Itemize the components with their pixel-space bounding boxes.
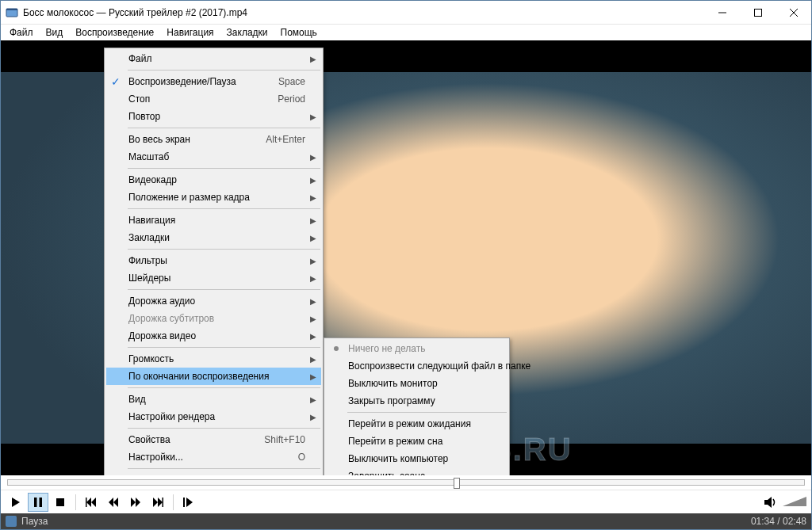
close-button[interactable] bbox=[776, 1, 811, 24]
menu-item-label: Воспроизвести следующий файл в папке bbox=[348, 360, 554, 372]
status-icon bbox=[6, 516, 17, 527]
menu-item-accel: Period bbox=[278, 93, 305, 105]
svg-marker-6 bbox=[12, 498, 20, 507]
submenu-item[interactable]: Закрыть программу bbox=[326, 392, 508, 410]
menu-item-label: Выключить компьютер bbox=[348, 453, 492, 464]
context-menu-item[interactable]: Закладки▶ bbox=[106, 229, 321, 246]
menubar: Файл Вид Воспроизведение Навигация Закла… bbox=[1, 25, 811, 40]
context-menu-item[interactable]: Масштаб▶ bbox=[106, 148, 321, 166]
menu-file[interactable]: Файл bbox=[4, 25, 39, 40]
chevron-right-icon: ▶ bbox=[310, 55, 316, 63]
context-menu-item[interactable]: Шейдеры▶ bbox=[106, 269, 321, 287]
chevron-right-icon: ▶ bbox=[310, 193, 316, 202]
chevron-right-icon: ▶ bbox=[310, 395, 316, 404]
maximize-button[interactable] bbox=[740, 1, 776, 24]
app-window: Босс молокосос — Русский трейлер #2 (201… bbox=[0, 0, 812, 530]
svg-rect-7 bbox=[34, 498, 37, 507]
menu-divider bbox=[128, 347, 320, 348]
menu-item-label: Масштаб bbox=[128, 151, 305, 162]
separator bbox=[75, 494, 76, 510]
menu-item-label: Воспроизведение/Пауза bbox=[128, 76, 278, 87]
seek-track[interactable] bbox=[7, 479, 805, 486]
context-menu-item[interactable]: ВыходAlt+X bbox=[106, 471, 321, 475]
svg-marker-11 bbox=[91, 498, 96, 507]
volume-button[interactable] bbox=[760, 493, 781, 512]
menu-item-label: Вид bbox=[128, 394, 305, 405]
menu-item-label: Закрыть программу bbox=[348, 395, 492, 406]
minimize-button[interactable] bbox=[704, 1, 740, 24]
submenu-item[interactable]: Завершить сеанс bbox=[326, 467, 508, 475]
submenu-item[interactable]: Перейти в режим сна bbox=[326, 433, 508, 450]
menu-item-label: Перейти в режим ожидания bbox=[348, 418, 495, 429]
context-menu-item[interactable]: Видеокадр▶ bbox=[106, 171, 321, 189]
svg-marker-23 bbox=[783, 497, 806, 506]
stop-button[interactable] bbox=[50, 493, 71, 512]
menu-item-label: Дорожка видео bbox=[128, 330, 305, 341]
context-menu-item[interactable]: ✓Воспроизведение/ПаузаSpace bbox=[106, 73, 321, 90]
seek-bar[interactable] bbox=[1, 475, 811, 490]
context-menu-item[interactable]: СвойстваShift+F10 bbox=[106, 431, 321, 448]
menu-item-label: Настройки... bbox=[128, 452, 298, 463]
video-area[interactable]: BOXPROGRAMS.RU Файл▶✓Воспроизведение/Пау… bbox=[1, 40, 811, 475]
menu-divider bbox=[128, 168, 320, 169]
menu-item-accel: Alt+X bbox=[282, 475, 305, 475]
menu-item-label: Во весь экран bbox=[128, 134, 266, 145]
submenu-item[interactable]: Выключить компьютер bbox=[326, 450, 508, 467]
play-button[interactable] bbox=[6, 493, 26, 512]
menu-bookmarks[interactable]: Закладки bbox=[221, 25, 274, 40]
radio-icon bbox=[334, 346, 339, 351]
svg-rect-1 bbox=[6, 9, 17, 10]
context-menu-item[interactable]: Громкость▶ bbox=[106, 350, 321, 368]
window-title: Босс молокосос — Русский трейлер #2 (201… bbox=[23, 7, 704, 18]
svg-marker-18 bbox=[158, 498, 163, 507]
seek-thumb[interactable] bbox=[454, 478, 460, 489]
context-menu-item[interactable]: Настройки рендера▶ bbox=[106, 408, 321, 425]
menu-navigation[interactable]: Навигация bbox=[161, 25, 219, 40]
context-menu-item[interactable]: Повтор▶ bbox=[106, 108, 321, 125]
context-menu-item[interactable]: Дорожка видео▶ bbox=[106, 327, 321, 345]
playback-controls bbox=[1, 490, 811, 513]
pause-button[interactable] bbox=[28, 493, 48, 512]
skip-forward-button[interactable] bbox=[147, 493, 168, 512]
context-menu-item[interactable]: Настройки...O bbox=[106, 448, 321, 466]
menu-help[interactable]: Помощь bbox=[275, 25, 323, 40]
chevron-right-icon: ▶ bbox=[310, 355, 316, 364]
context-menu-item[interactable]: Дорожка аудио▶ bbox=[106, 292, 321, 310]
chevron-right-icon: ▶ bbox=[310, 332, 316, 341]
menu-playback[interactable]: Воспроизведение bbox=[70, 25, 159, 40]
menu-view[interactable]: Вид bbox=[40, 25, 69, 40]
context-menu-item[interactable]: Положение и размер кадра▶ bbox=[106, 189, 321, 206]
menu-item-accel: Alt+Enter bbox=[266, 134, 305, 145]
context-menu-item[interactable]: Файл▶ bbox=[106, 50, 321, 67]
menu-item-label: Свойства bbox=[128, 434, 264, 445]
rewind-button[interactable] bbox=[103, 493, 124, 512]
submenu-item[interactable]: Воспроизвести следующий файл в папке bbox=[326, 357, 508, 375]
volume-level-icon[interactable] bbox=[783, 497, 806, 508]
separator bbox=[173, 494, 174, 510]
menu-item-label: По окончании воспроизведения bbox=[128, 371, 305, 382]
skip-back-button[interactable] bbox=[81, 493, 102, 512]
context-menu-item[interactable]: По окончании воспроизведения▶ bbox=[106, 368, 321, 385]
chevron-right-icon: ▶ bbox=[310, 153, 316, 162]
window-controls bbox=[704, 1, 811, 24]
menu-item-label: Настройки рендера bbox=[128, 411, 305, 422]
menu-divider bbox=[128, 70, 320, 71]
svg-marker-10 bbox=[86, 498, 91, 507]
menu-item-accel: Space bbox=[278, 76, 305, 87]
frame-step-button[interactable] bbox=[178, 493, 199, 512]
context-menu-item[interactable]: СтопPeriod bbox=[106, 90, 321, 108]
chevron-right-icon: ▶ bbox=[310, 297, 316, 306]
submenu-item[interactable]: Перейти в режим ожидания bbox=[326, 415, 508, 433]
context-menu-item[interactable]: Фильтры▶ bbox=[106, 252, 321, 269]
forward-button[interactable] bbox=[125, 493, 146, 512]
context-menu-item[interactable]: Вид▶ bbox=[106, 391, 321, 408]
context-menu-item[interactable]: Во весь экранAlt+Enter bbox=[106, 131, 321, 148]
submenu-item[interactable]: Выключить монитор bbox=[326, 375, 508, 392]
app-icon bbox=[6, 6, 18, 19]
chevron-right-icon: ▶ bbox=[310, 216, 316, 225]
menu-item-label: Положение и размер кадра bbox=[128, 192, 305, 203]
menu-item-accel: Shift+F10 bbox=[264, 434, 305, 445]
context-menu-item[interactable]: Навигация▶ bbox=[106, 212, 321, 229]
menu-item-accel: O bbox=[298, 452, 305, 463]
status-time: 01:34 / 02:48 bbox=[751, 516, 806, 527]
